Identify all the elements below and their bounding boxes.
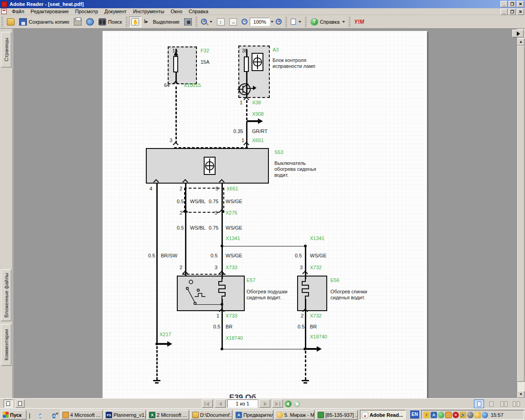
menu-help[interactable]: Справка — [185, 8, 211, 15]
task-adobe-reader[interactable]: Adobe Read... — [360, 410, 406, 420]
planner-icon — [106, 412, 112, 418]
blue-a-tray-icon[interactable]: А — [431, 412, 437, 418]
page-display-button[interactable] — [288, 16, 304, 27]
menu-edit[interactable]: Редактирование — [27, 8, 72, 15]
page-indicator-field[interactable]: 1 из 1 — [227, 400, 257, 408]
menu-window[interactable]: Окно — [167, 8, 185, 15]
toolbar-grip[interactable] — [126, 17, 128, 27]
wire — [305, 311, 306, 349]
connector-label: X1341 — [226, 236, 240, 241]
icq-flower-icon[interactable] — [438, 412, 444, 418]
continuous-view-button[interactable] — [15, 400, 25, 408]
vertical-scrollbar[interactable]: ▲ ▼ — [517, 38, 525, 398]
fit-width-button[interactable] — [227, 16, 239, 27]
task-icq[interactable]: [85-135-937] ... — [316, 410, 358, 420]
task-plannerng[interactable]: Plannerng_v1... — [104, 410, 146, 420]
red-status-icon[interactable]: × — [453, 412, 459, 418]
select-tool-button[interactable]: Выделение — [141, 16, 182, 27]
open-button[interactable] — [5, 16, 17, 27]
save-copy-button[interactable]: Сохранить копию — [17, 16, 72, 27]
fuse-symbol — [244, 56, 249, 72]
arrow-head — [253, 86, 257, 90]
history-forward-button[interactable] — [293, 400, 300, 407]
toolbar-grip[interactable] — [349, 17, 350, 27]
start-button[interactable]: Пуск — [1, 410, 26, 420]
next-page-button[interactable] — [259, 400, 270, 408]
menu-tools[interactable]: Инструменты — [130, 8, 168, 15]
dropdown-arrow-icon — [210, 21, 212, 23]
toolbar-grip[interactable] — [196, 17, 197, 27]
search-button[interactable]: Поиск — [96, 16, 124, 27]
hand-tool-button[interactable] — [129, 16, 141, 27]
pane-toggle-button[interactable] — [512, 30, 524, 37]
layout-single-button[interactable] — [474, 400, 484, 408]
layout-facing-button[interactable] — [511, 400, 521, 408]
wire-dashed — [175, 87, 177, 143]
volume-icon[interactable]: 🔊 — [460, 412, 466, 418]
wire-color: BR/SW — [161, 253, 177, 258]
menu-file[interactable]: Файл — [9, 8, 27, 15]
zoom-tool-button[interactable] — [199, 16, 215, 27]
page-navigation: 1 из 1 — [202, 400, 300, 408]
scrollbar-thumb[interactable] — [517, 46, 525, 382]
toolbar-grip[interactable] — [1, 17, 3, 27]
task-excel-group[interactable]: 2 Microsoft ... — [147, 410, 189, 420]
toolbar-grip[interactable] — [285, 17, 287, 27]
tab-attachments[interactable]: Вложенные файлы — [1, 269, 11, 321]
task-outlook-group[interactable]: 4 Microsoft ... — [61, 410, 103, 420]
layout-continuous-button[interactable] — [486, 400, 496, 408]
doc-restore-button[interactable]: ❐ — [509, 9, 516, 15]
restore-button[interactable]: ❐ — [509, 1, 516, 7]
zoom-out-button[interactable] — [239, 16, 250, 27]
close-button[interactable]: ✕ — [517, 1, 524, 7]
email-button[interactable] — [84, 16, 96, 27]
last-page-button[interactable] — [272, 400, 283, 408]
first-page-button[interactable] — [202, 400, 213, 408]
layout-continuous-facing-button[interactable] — [499, 400, 509, 408]
prev-page-button[interactable] — [215, 400, 226, 408]
gold-tray-icon[interactable] — [474, 412, 481, 418]
connector-label: X38 — [252, 100, 261, 105]
alert-shield-icon[interactable]: ! — [423, 412, 430, 418]
history-back-button[interactable] — [285, 400, 292, 407]
zoom-level-field[interactable]: 100% — [250, 18, 270, 26]
clock-app-icon[interactable] — [445, 412, 452, 418]
scroll-up-button[interactable]: ▲ — [517, 38, 525, 46]
dark-disc-icon[interactable] — [467, 412, 474, 418]
language-indicator[interactable]: EN — [410, 410, 419, 419]
toolbar-grip[interactable] — [305, 17, 307, 27]
menu-document[interactable]: Документ — [101, 8, 130, 15]
component-desc: Обогрев подушки сиденья водит. — [247, 289, 299, 301]
title-bar: Adobe Reader - [seat_heat.pdf] _ ❐ ✕ — [0, 0, 525, 8]
menu-view[interactable]: Просмотр — [72, 8, 101, 15]
facing-icon — [504, 401, 508, 407]
doc-minimize-button[interactable]: _ — [500, 9, 508, 15]
zoom-in-button[interactable] — [273, 16, 284, 27]
print-button[interactable] — [72, 16, 84, 27]
tab-pages[interactable]: Страницы — [1, 32, 11, 67]
quicklaunch-overflow-chevron[interactable]: » — [56, 410, 58, 416]
update-icon[interactable] — [482, 412, 488, 418]
task-explorer-folder[interactable]: D:\Document'... — [190, 410, 232, 420]
minimize-button[interactable]: _ — [500, 1, 508, 7]
help-button[interactable]: Справка — [308, 16, 347, 27]
tab-comments[interactable]: Комментарии — [1, 324, 11, 366]
quicklaunch-outlook-icon[interactable] — [29, 413, 30, 419]
snapshot-button[interactable] — [182, 16, 194, 27]
pin-label: 3 — [300, 265, 303, 270]
connector-label: X733 — [226, 265, 237, 270]
document-canvas[interactable]: 15 F32 15A 64 X10015 3 — [13, 29, 517, 398]
connector-label: X733 — [226, 313, 237, 318]
fit-page-button[interactable] — [215, 16, 227, 27]
doc-close-button[interactable]: ✕ — [517, 9, 524, 15]
single-page-view-button[interactable] — [4, 400, 13, 408]
pin-label: 2 — [301, 313, 304, 318]
yahoo-messenger-button[interactable]: Y!M — [352, 16, 366, 27]
quicklaunch-app-icon[interactable] — [52, 414, 56, 418]
pages-icon — [291, 19, 296, 25]
task-mirage[interactable]: 5. Мираж - М... — [275, 410, 314, 420]
quicklaunch-ie-icon[interactable] — [39, 414, 41, 418]
toolbar: Сохранить копию Поиск Выделение 100% Спр… — [0, 15, 525, 29]
scroll-down-button[interactable]: ▼ — [517, 391, 525, 398]
task-preview[interactable]: Предварител... — [234, 410, 273, 420]
